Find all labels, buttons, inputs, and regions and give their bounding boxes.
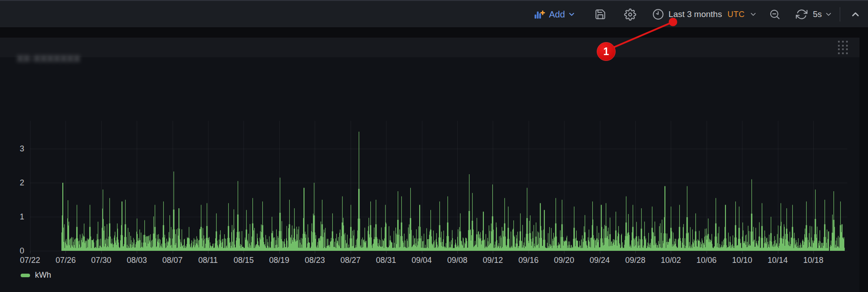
x-tick-label: 08/19 — [260, 256, 298, 264]
dashboard-background-gap — [0, 28, 868, 38]
x-tick-label: 10/18 — [794, 256, 832, 264]
bar-chart-plus-icon — [533, 9, 545, 21]
x-tick-label: 10/06 — [688, 256, 725, 264]
x-tick-label: 10/14 — [759, 256, 797, 264]
kwh-series-plot[interactable] — [30, 120, 848, 251]
time-range-picker[interactable]: Last 3 months UTC — [652, 9, 757, 20]
x-tick-label: 08/23 — [296, 256, 334, 264]
zoom-out-icon — [769, 9, 781, 20]
save-icon — [595, 9, 606, 20]
chevron-up-icon — [850, 9, 861, 20]
x-tick-label: 08/11 — [189, 256, 227, 264]
x-tick-label: 08/31 — [367, 256, 405, 264]
timezone-label: UTC — [727, 10, 745, 19]
x-tick-label: 09/12 — [474, 256, 512, 264]
chevron-down-icon — [568, 10, 576, 18]
collapse-toolbar-button[interactable] — [850, 9, 861, 20]
dashboard-toolbar: Add — [0, 0, 868, 28]
x-tick-label: 07/26 — [47, 256, 84, 264]
refresh-icon — [796, 9, 807, 20]
save-dashboard-button[interactable] — [595, 9, 606, 20]
refresh-interval-dropdown[interactable]: 5s — [807, 9, 833, 19]
grafana-dashboard-screen: Add — [0, 0, 868, 292]
y-tick-label: 0 — [4, 247, 24, 255]
y-tick-label: 1 — [4, 213, 24, 221]
chevron-down-icon — [825, 10, 833, 18]
x-tick-label: 09/20 — [545, 256, 583, 264]
zoom-out-time-button[interactable] — [769, 9, 781, 20]
refresh-button[interactable] — [796, 9, 807, 20]
x-tick-label: 10/10 — [723, 256, 761, 264]
x-tick-label: 09/28 — [616, 256, 654, 264]
y-tick-label: 3 — [4, 145, 24, 153]
annotation-badge-1: 1 — [597, 42, 616, 61]
gear-icon — [624, 9, 636, 21]
x-tick-label: 09/24 — [581, 256, 619, 264]
x-tick-label: 09/04 — [403, 256, 441, 264]
y-tick-label: 2 — [4, 179, 24, 187]
dashboard-settings-button[interactable] — [624, 9, 636, 21]
x-tick-label: 09/16 — [510, 256, 547, 264]
x-tick-label: 07/30 — [82, 256, 120, 264]
x-tick-label: 08/15 — [225, 256, 262, 264]
panel-title-redacted: XX-XXXXXXX — [17, 54, 81, 65]
legend-series-swatch — [21, 274, 30, 277]
chevron-down-icon — [749, 10, 757, 18]
add-panel-button[interactable]: Add — [533, 9, 576, 21]
x-tick-label: 08/03 — [118, 256, 156, 264]
time-range-label: Last 3 months — [668, 9, 722, 19]
toolbar-divider — [840, 7, 840, 21]
legend-series-label: kWh — [35, 271, 51, 280]
x-tick-label: 08/07 — [154, 256, 191, 264]
x-tick-label: 09/08 — [438, 256, 476, 264]
add-button-label: Add — [549, 9, 565, 20]
panel-drag-handle-icon[interactable] — [838, 41, 850, 55]
legend-item-kwh[interactable]: kWh — [21, 271, 51, 280]
x-tick-label: 08/27 — [332, 256, 369, 264]
refresh-interval-label: 5s — [813, 9, 822, 19]
x-tick-label: 10/02 — [652, 256, 690, 264]
x-tick-label: 07/22 — [11, 256, 49, 264]
panel-header[interactable] — [0, 38, 859, 57]
clock-icon — [652, 9, 664, 20]
